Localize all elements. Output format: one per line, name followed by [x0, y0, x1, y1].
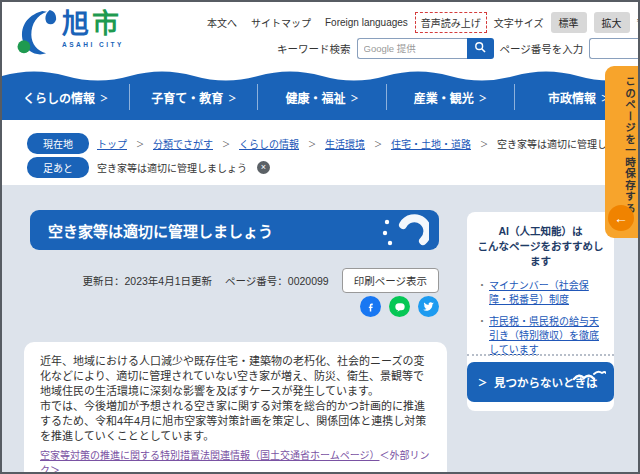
arrow-left-icon[interactable]: ← [608, 205, 634, 231]
breadcrumb: 現在地 トップ ＞ 分類でさがす ＞ くらしの情報 ＞ 生活環境 ＞ 住宅・土地… [27, 133, 640, 154]
chevron-right-icon: ＞ [228, 92, 236, 103]
asahi-city-webpage: 旭市 ASAHI CITY 本文へ サイトマップ Foreign languag… [0, 0, 640, 474]
skip-to-content-link[interactable]: 本文へ [207, 15, 237, 30]
save-page-tab-label: このページを一時保存する [605, 76, 638, 214]
breadcrumb-link-housing[interactable]: 住宅・土地・道路 [391, 136, 471, 151]
facebook-share-icon[interactable] [360, 296, 381, 317]
page-number-input[interactable] [589, 38, 640, 59]
header-utility-links: 本文へ サイトマップ Foreign languages 音声読み上げ 文字サイ… [207, 12, 628, 33]
sitemap-link[interactable]: サイトマップ [251, 15, 311, 30]
ai-recommendation-title: AI（人工知能）は こんなページをおすすめします [477, 224, 604, 270]
wave-decoration-icon [373, 213, 429, 250]
keyword-search-input[interactable] [357, 38, 467, 59]
asahi-logo-icon [12, 8, 58, 62]
resident-tax-link[interactable]: 市民税・県民税の給与天引き（特別徴収）を徹底しています [489, 315, 604, 357]
keyword-search-label: キーワード検索 [277, 41, 351, 56]
chevron-right-icon: ＞ [479, 92, 487, 103]
breadcrumb-link-living[interactable]: くらしの情報 [239, 136, 299, 151]
page-number: ページ番号：0020099 [225, 273, 329, 288]
chevron-right-icon: ＞ [351, 92, 359, 103]
text-to-speech-button[interactable]: 音声読み上げ [415, 12, 487, 33]
background-color-label: 背景色 [637, 15, 640, 30]
line-share-icon[interactable] [389, 296, 410, 317]
bullet: ・ [477, 279, 487, 307]
foreign-languages-link[interactable]: Foreign languages [325, 17, 408, 28]
breadcrumb-link-environment[interactable]: 生活環境 [325, 136, 365, 151]
site-subtitle: ASAHI CITY [62, 41, 124, 48]
nav-item-health-welfare[interactable]: 健康・福祉＞ [258, 84, 386, 110]
dotted-divider [467, 354, 614, 356]
nav-item-industry-tourism[interactable]: 産業・観光＞ [387, 84, 515, 110]
social-share-row [30, 296, 439, 317]
footprint-badge: 足あと [27, 157, 89, 178]
breadcrumb-separator: ＞ [136, 138, 144, 149]
twitter-share-icon[interactable] [418, 296, 439, 317]
nav-item-childcare-education[interactable]: 子育て・教育＞ [130, 84, 258, 110]
page-number-label: ページ番号を入力 [500, 41, 584, 56]
nav-item-living-info[interactable]: くらしの情報＞ [2, 84, 130, 110]
page-title-bar: 空き家等は適切に管理しましょう [30, 210, 439, 250]
global-navigation: くらしの情報＞ 子育て・教育＞ 健康・福祉＞ 産業・観光＞ 市政情報＞ [2, 66, 640, 120]
breadcrumb-link-top[interactable]: トップ [97, 136, 127, 151]
mynumber-link[interactable]: マイナンバー（社会保障・税番号）制度 [489, 279, 604, 307]
page-meta-row: 更新日：2023年4月1日更新 ページ番号：0020099 印刷ページ表示 [30, 268, 439, 293]
not-found-help-button[interactable]: ＞ 見つからないときは [467, 362, 614, 402]
breadcrumb-separator: ＞ [374, 138, 382, 149]
chevron-right-icon: ＞ [478, 376, 487, 389]
footprint-page-title: 空き家等は適切に管理しましょう [97, 160, 247, 175]
site-logo[interactable]: 旭市 ASAHI CITY [12, 8, 124, 62]
seagull-icon [572, 369, 606, 387]
updated-date: 更新日：2023年4月1日更新 [82, 273, 212, 288]
keyword-search-button[interactable] [467, 38, 494, 59]
font-standard-button[interactable]: 標準 [551, 12, 587, 33]
external-law-info-link[interactable]: 空家等対策の推進に関する特別措置法関連情報（国土交通省ホームページ） [40, 450, 380, 461]
article-links: 空家等対策の推進に関する特別措置法関連情報（国土交通省ホームページ）＜外部リンク… [40, 449, 431, 474]
site-title: 旭市 [62, 8, 124, 40]
breadcrumb-separator: ＞ [222, 138, 230, 149]
save-page-tab[interactable]: このページを一時保存する ← [605, 66, 638, 238]
search-icon [474, 41, 487, 57]
page-title: 空き家等は適切に管理しましょう [48, 220, 273, 241]
article-body-card: 近年、地域における人口減少や既存住宅・建築物の老朽化、社会的ニーズの変化などによ… [24, 342, 447, 474]
print-page-button[interactable]: 印刷ページ表示 [342, 268, 439, 293]
bullet: ・ [477, 315, 487, 357]
article-paragraph-2: 市では、今後増加が予想される空き家に関する対策を総合的かつ計画的に推進するため、… [40, 399, 431, 444]
font-large-button[interactable]: 拡大 [594, 12, 630, 33]
breadcrumb-separator: ＞ [308, 138, 316, 149]
current-location-badge: 現在地 [27, 133, 89, 154]
close-icon[interactable]: × [257, 161, 270, 174]
header-search-row: キーワード検索 ページ番号を入力 [277, 38, 630, 59]
chevron-right-icon: ＞ [100, 92, 108, 103]
breadcrumb-link-category[interactable]: 分類でさがす [153, 136, 213, 151]
ai-recommendation-item: ・ マイナンバー（社会保障・税番号）制度 [477, 279, 604, 307]
footprint-row: 足あと 空き家等は適切に管理しましょう × [27, 157, 270, 178]
font-size-label: 文字サイズ [494, 15, 544, 30]
article-paragraph-1: 近年、地域における人口減少や既存住宅・建築物の老朽化、社会的ニーズの変化などによ… [40, 354, 431, 399]
breadcrumb-separator: ＞ [480, 138, 488, 149]
ai-recommendation-item: ・ 市民税・県民税の給与天引き（特別徴収）を徹底しています [477, 315, 604, 357]
